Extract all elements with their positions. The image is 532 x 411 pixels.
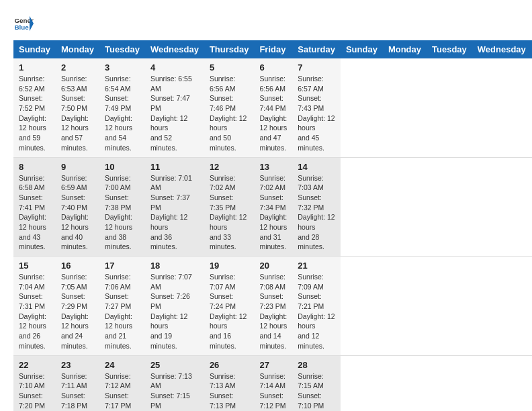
day-info: Sunrise: 7:04 AMSunset: 7:31 PMDaylight:… [19, 272, 50, 351]
day-number: 1 [19, 62, 50, 73]
calendar-cell: 11Sunrise: 7:01 AMSunset: 7:37 PMDayligh… [145, 157, 204, 257]
day-info: Sunrise: 7:15 AMSunset: 7:10 PMDaylight:… [298, 371, 335, 412]
day-info: Sunrise: 7:09 AMSunset: 7:21 PMDaylight:… [298, 272, 335, 351]
calendar-cell: 5Sunrise: 6:56 AMSunset: 7:46 PMDaylight… [204, 58, 255, 157]
day-number: 6 [259, 62, 287, 73]
calendar-cell: 18Sunrise: 7:07 AMSunset: 7:26 PMDayligh… [145, 257, 204, 356]
calendar-cell: 23Sunrise: 7:11 AMSunset: 7:18 PMDayligh… [56, 355, 99, 411]
calendar-week-row: 22Sunrise: 7:10 AMSunset: 7:20 PMDayligh… [13, 355, 532, 411]
day-number: 4 [150, 62, 199, 73]
day-number: 11 [150, 162, 199, 172]
day-info: Sunrise: 7:10 AMSunset: 7:20 PMDaylight:… [19, 371, 50, 412]
day-number: 12 [210, 162, 249, 172]
calendar-table: SundayMondayTuesdayWednesdayThursdayFrid… [13, 40, 532, 411]
day-info: Sunrise: 7:13 AMSunset: 7:15 PMDaylight:… [150, 371, 199, 412]
calendar-cell: 14Sunrise: 7:03 AMSunset: 7:32 PMDayligh… [292, 157, 341, 257]
weekday-header-sunday: Sunday [341, 40, 383, 58]
day-number: 27 [259, 360, 287, 370]
day-number: 16 [61, 261, 94, 271]
calendar-cell: 13Sunrise: 7:02 AMSunset: 7:34 PMDayligh… [254, 157, 292, 257]
weekday-header-tuesday: Tuesday [427, 40, 472, 58]
calendar-cell: 2Sunrise: 6:53 AMSunset: 7:50 PMDaylight… [56, 58, 99, 157]
day-info: Sunrise: 7:06 AMSunset: 7:27 PMDaylight:… [105, 272, 140, 351]
calendar-cell: 1Sunrise: 6:52 AMSunset: 7:52 PMDaylight… [13, 58, 56, 157]
day-number: 14 [298, 162, 335, 172]
day-info: Sunrise: 6:56 AMSunset: 7:46 PMDaylight:… [210, 74, 249, 153]
calendar-cell: 9Sunrise: 6:59 AMSunset: 7:40 PMDaylight… [56, 157, 99, 257]
day-number: 28 [298, 360, 335, 370]
header-tuesday: Tuesday [99, 40, 145, 58]
calendar-cell: 22Sunrise: 7:10 AMSunset: 7:20 PMDayligh… [13, 355, 56, 411]
day-number: 7 [298, 62, 335, 73]
calendar-cell: 12Sunrise: 7:02 AMSunset: 7:35 PMDayligh… [204, 157, 255, 257]
header-monday: Monday [56, 40, 99, 58]
calendar-cell: 28Sunrise: 7:15 AMSunset: 7:10 PMDayligh… [292, 355, 341, 411]
calendar-cell: 10Sunrise: 7:00 AMSunset: 7:38 PMDayligh… [99, 157, 145, 257]
day-info: Sunrise: 7:11 AMSunset: 7:18 PMDaylight:… [61, 371, 94, 412]
calendar-cell: 19Sunrise: 7:07 AMSunset: 7:24 PMDayligh… [204, 257, 255, 356]
calendar-cell: 21Sunrise: 7:09 AMSunset: 7:21 PMDayligh… [292, 257, 341, 356]
header-wednesday: Wednesday [145, 40, 204, 58]
day-number: 3 [105, 62, 140, 73]
day-info: Sunrise: 6:58 AMSunset: 7:41 PMDaylight:… [19, 173, 50, 253]
weekday-header-wednesday: Wednesday [472, 40, 531, 58]
calendar-week-row: 15Sunrise: 7:04 AMSunset: 7:31 PMDayligh… [13, 257, 532, 356]
calendar-cell: 8Sunrise: 6:58 AMSunset: 7:41 PMDaylight… [13, 157, 56, 257]
svg-text:Blue: Blue [15, 24, 30, 31]
day-info: Sunrise: 7:07 AMSunset: 7:24 PMDaylight:… [210, 272, 249, 351]
calendar-cell: 24Sunrise: 7:12 AMSunset: 7:17 PMDayligh… [99, 355, 145, 411]
calendar-cell: 4Sunrise: 6:55 AMSunset: 7:47 PMDaylight… [145, 58, 204, 157]
day-number: 22 [19, 360, 50, 370]
calendar-cell: 16Sunrise: 7:05 AMSunset: 7:29 PMDayligh… [56, 257, 99, 356]
calendar-cell: 25Sunrise: 7:13 AMSunset: 7:15 PMDayligh… [145, 355, 204, 411]
day-info: Sunrise: 7:02 AMSunset: 7:34 PMDaylight:… [259, 173, 287, 253]
day-info: Sunrise: 7:02 AMSunset: 7:35 PMDaylight:… [210, 173, 249, 253]
calendar-cell: 17Sunrise: 7:06 AMSunset: 7:27 PMDayligh… [99, 257, 145, 356]
day-info: Sunrise: 6:59 AMSunset: 7:40 PMDaylight:… [61, 173, 94, 253]
day-number: 9 [61, 162, 94, 172]
day-number: 15 [19, 261, 50, 271]
logo: General Blue [13, 13, 34, 34]
day-info: Sunrise: 7:14 AMSunset: 7:12 PMDaylight:… [259, 371, 287, 412]
day-number: 21 [298, 261, 335, 271]
day-info: Sunrise: 6:53 AMSunset: 7:50 PMDaylight:… [61, 74, 94, 153]
day-number: 20 [259, 261, 287, 271]
day-number: 24 [105, 360, 140, 370]
calendar-cell: 7Sunrise: 6:57 AMSunset: 7:43 PMDaylight… [292, 58, 341, 157]
calendar-cell: 27Sunrise: 7:14 AMSunset: 7:12 PMDayligh… [254, 355, 292, 411]
day-number: 2 [61, 62, 94, 73]
calendar-week-row: 1Sunrise: 6:52 AMSunset: 7:52 PMDaylight… [13, 58, 532, 157]
day-number: 23 [61, 360, 94, 370]
day-info: Sunrise: 7:01 AMSunset: 7:37 PMDaylight:… [150, 173, 199, 253]
calendar-week-row: 8Sunrise: 6:58 AMSunset: 7:41 PMDaylight… [13, 157, 532, 257]
header-friday: Friday [254, 40, 292, 58]
day-info: Sunrise: 6:57 AMSunset: 7:43 PMDaylight:… [298, 74, 335, 153]
day-info: Sunrise: 7:08 AMSunset: 7:23 PMDaylight:… [259, 272, 287, 351]
day-number: 18 [150, 261, 199, 271]
header-saturday: Saturday [292, 40, 341, 58]
day-number: 5 [210, 62, 249, 73]
day-number: 25 [150, 360, 199, 370]
calendar-cell: 26Sunrise: 7:13 AMSunset: 7:13 PMDayligh… [204, 355, 255, 411]
day-number: 17 [105, 261, 140, 271]
day-info: Sunrise: 7:12 AMSunset: 7:17 PMDaylight:… [105, 371, 140, 412]
day-info: Sunrise: 6:52 AMSunset: 7:52 PMDaylight:… [19, 74, 50, 153]
calendar-cell: 6Sunrise: 6:56 AMSunset: 7:44 PMDaylight… [254, 58, 292, 157]
day-info: Sunrise: 7:03 AMSunset: 7:32 PMDaylight:… [298, 173, 335, 253]
day-info: Sunrise: 7:00 AMSunset: 7:38 PMDaylight:… [105, 173, 140, 253]
day-number: 19 [210, 261, 249, 271]
header-thursday: Thursday [204, 40, 255, 58]
day-number: 26 [210, 360, 249, 370]
day-number: 10 [105, 162, 140, 172]
day-info: Sunrise: 6:55 AMSunset: 7:47 PMDaylight:… [150, 74, 199, 153]
day-info: Sunrise: 7:05 AMSunset: 7:29 PMDaylight:… [61, 272, 94, 351]
calendar-header-row: SundayMondayTuesdayWednesdayThursdayFrid… [13, 40, 532, 58]
day-number: 13 [259, 162, 287, 172]
calendar-cell: 3Sunrise: 6:54 AMSunset: 7:49 PMDaylight… [99, 58, 145, 157]
page-header: General Blue [13, 13, 519, 34]
day-info: Sunrise: 7:13 AMSunset: 7:13 PMDaylight:… [210, 371, 249, 412]
calendar-cell: 15Sunrise: 7:04 AMSunset: 7:31 PMDayligh… [13, 257, 56, 356]
weekday-header-monday: Monday [383, 40, 427, 58]
calendar-cell: 20Sunrise: 7:08 AMSunset: 7:23 PMDayligh… [254, 257, 292, 356]
day-info: Sunrise: 6:56 AMSunset: 7:44 PMDaylight:… [259, 74, 287, 153]
